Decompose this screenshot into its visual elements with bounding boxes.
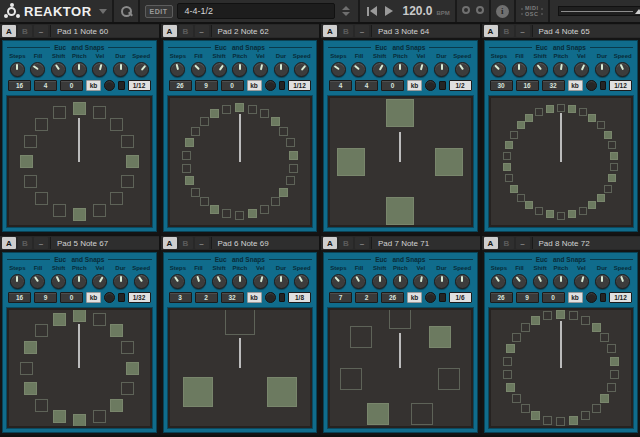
speed-knob[interactable] — [612, 61, 633, 78]
kb-toggle[interactable]: kb — [86, 80, 101, 91]
pitch-knob[interactable] — [69, 61, 90, 78]
minus-button[interactable]: – — [516, 25, 530, 37]
mini-knob[interactable] — [104, 80, 115, 91]
fill-value[interactable]: 2 — [195, 292, 218, 303]
play-button[interactable] — [383, 6, 395, 16]
steps-value[interactable]: 26 — [169, 80, 192, 91]
shift-value[interactable]: 0 — [60, 292, 83, 303]
dur-knob[interactable] — [592, 61, 613, 78]
steps-value[interactable]: 16 — [8, 80, 31, 91]
edit-button[interactable]: EDIT — [145, 5, 173, 18]
pitch-knob[interactable] — [229, 61, 250, 78]
level-slider[interactable] — [279, 81, 286, 90]
kb-toggle[interactable]: kb — [568, 80, 583, 91]
layer-b-button[interactable]: B — [18, 237, 32, 249]
speed-knob[interactable] — [452, 273, 473, 290]
layer-a-button[interactable]: A — [484, 25, 498, 37]
steps-value[interactable]: 3 — [169, 292, 192, 303]
layer-b-button[interactable]: B — [339, 237, 353, 249]
mini-knob[interactable] — [586, 292, 597, 303]
kb-toggle[interactable]: kb — [407, 292, 422, 303]
steps-knob[interactable] — [328, 61, 349, 78]
step-up-icon[interactable] — [342, 6, 350, 10]
vel-knob[interactable] — [571, 273, 592, 290]
shift-value[interactable]: 32 — [542, 80, 565, 91]
steps-knob[interactable] — [7, 61, 28, 78]
speed-value[interactable]: 1/2 — [449, 80, 472, 91]
layer-b-button[interactable]: B — [500, 237, 514, 249]
steps-knob[interactable] — [168, 273, 189, 290]
layer-b-button[interactable]: B — [179, 237, 193, 249]
kb-toggle[interactable]: kb — [247, 292, 262, 303]
shift-knob[interactable] — [369, 61, 390, 78]
steps-knob[interactable] — [489, 61, 510, 78]
dur-knob[interactable] — [110, 61, 131, 78]
minus-button[interactable]: – — [34, 237, 48, 249]
kb-toggle[interactable]: kb — [86, 292, 101, 303]
shift-knob[interactable] — [209, 61, 230, 78]
shift-value[interactable]: 0 — [542, 292, 565, 303]
vel-knob[interactable] — [411, 273, 432, 290]
dur-knob[interactable] — [110, 273, 131, 290]
step-down-icon[interactable] — [342, 12, 350, 16]
vel-knob[interactable] — [90, 61, 111, 78]
vel-knob[interactable] — [250, 273, 271, 290]
speed-value[interactable]: 1/6 — [449, 292, 472, 303]
chevron-down-icon[interactable] — [99, 9, 107, 14]
steps-knob[interactable] — [7, 273, 28, 290]
pitch-knob[interactable] — [550, 61, 571, 78]
dur-knob[interactable] — [431, 61, 452, 78]
level-slider[interactable] — [279, 293, 286, 302]
shift-value[interactable]: 0 — [221, 80, 244, 91]
shift-knob[interactable] — [209, 273, 230, 290]
dur-knob[interactable] — [592, 273, 613, 290]
speed-value[interactable]: 1/12 — [128, 80, 151, 91]
fill-value[interactable]: 4 — [355, 80, 378, 91]
mini-knob[interactable] — [586, 80, 597, 91]
level-slider[interactable] — [118, 293, 125, 302]
minus-button[interactable]: – — [355, 25, 369, 37]
vel-knob[interactable] — [90, 273, 111, 290]
vel-knob[interactable] — [411, 61, 432, 78]
minus-button[interactable]: – — [355, 237, 369, 249]
ensemble-stepper[interactable] — [339, 6, 353, 16]
steps-value[interactable]: 30 — [490, 80, 513, 91]
steps-value[interactable]: 16 — [8, 292, 31, 303]
pitch-knob[interactable] — [550, 273, 571, 290]
fill-knob[interactable] — [188, 273, 209, 290]
fill-knob[interactable] — [349, 61, 370, 78]
pitch-knob[interactable] — [390, 61, 411, 78]
mini-knob[interactable] — [265, 292, 276, 303]
layer-a-button[interactable]: A — [2, 237, 16, 249]
fill-knob[interactable] — [188, 61, 209, 78]
shift-knob[interactable] — [369, 273, 390, 290]
layer-b-button[interactable]: B — [179, 25, 193, 37]
layer-a-button[interactable]: A — [323, 25, 337, 37]
cpu-meter[interactable] — [558, 6, 640, 16]
shift-knob[interactable] — [48, 61, 69, 78]
fill-value[interactable]: 16 — [516, 80, 539, 91]
shift-value[interactable]: 32 — [221, 292, 244, 303]
fill-knob[interactable] — [509, 61, 530, 78]
vel-knob[interactable] — [571, 61, 592, 78]
layer-a-button[interactable]: A — [163, 237, 177, 249]
mini-knob[interactable] — [265, 80, 276, 91]
layer-a-button[interactable]: A — [2, 25, 16, 37]
layer-a-button[interactable]: A — [484, 237, 498, 249]
pitch-knob[interactable] — [229, 273, 250, 290]
kb-toggle[interactable]: kb — [568, 292, 583, 303]
fill-knob[interactable] — [509, 273, 530, 290]
meter-marker-icon[interactable] — [635, 9, 640, 14]
minus-button[interactable]: – — [516, 237, 530, 249]
speed-knob[interactable] — [131, 273, 152, 290]
shift-knob[interactable] — [530, 61, 551, 78]
fill-knob[interactable] — [28, 273, 49, 290]
search-icon[interactable] — [119, 4, 133, 18]
speed-knob[interactable] — [452, 61, 473, 78]
pitch-knob[interactable] — [69, 273, 90, 290]
fill-knob[interactable] — [349, 273, 370, 290]
dur-knob[interactable] — [271, 273, 292, 290]
layer-b-button[interactable]: B — [500, 25, 514, 37]
steps-knob[interactable] — [168, 61, 189, 78]
tape-icon[interactable] — [462, 5, 484, 17]
